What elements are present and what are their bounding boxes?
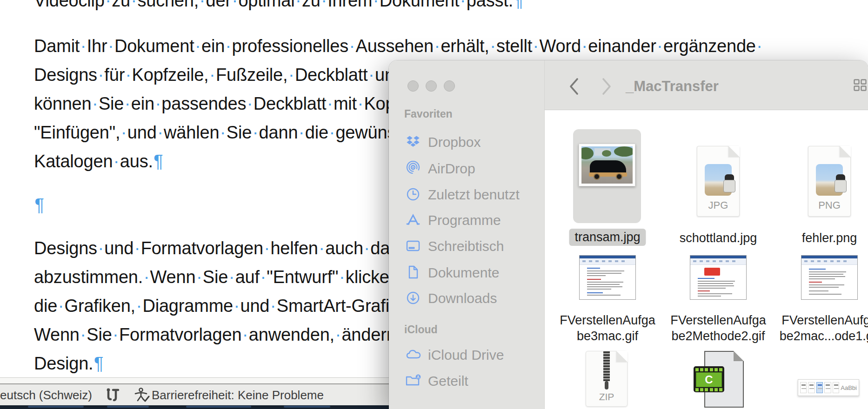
sidebar-item-applications[interactable]: Programme [389, 212, 544, 228]
camtasia-badge: C [705, 373, 713, 386]
sidebar-item-desktop[interactable]: Schreibtisch [389, 238, 544, 254]
clock-icon [406, 187, 421, 202]
text-cursor-icon[interactable] [106, 388, 120, 402]
finder-toolbar: _MacTransfer [545, 60, 868, 110]
finder-sidebar: Favoriten Dropbox [389, 60, 545, 409]
traffic-light-zoom-icon[interactable] [444, 80, 455, 92]
traffic-light-close-icon[interactable] [407, 80, 419, 92]
file-gif-thumbnail-1[interactable] [579, 255, 636, 300]
file-name-transam[interactable]: transam.jpg [569, 229, 646, 246]
forward-chevron-icon[interactable] [600, 77, 614, 96]
cloud-icon [406, 347, 421, 362]
shared-folder-icon [406, 373, 421, 388]
page-fold-corner [734, 351, 744, 361]
sidebar-item-label: Zuletzt benutzt [428, 187, 520, 203]
sidebar-item-icloud-drive[interactable]: iCloud Drive [389, 347, 544, 363]
sidebar-item-downloads[interactable]: Downloads [389, 290, 544, 306]
ink-bottle-glyph [723, 174, 735, 193]
sidebar-item-label: Schreibtisch [428, 238, 504, 254]
file-gif-thumbnail-2[interactable] [690, 255, 747, 300]
red-callout [704, 268, 720, 276]
document-text-line: Design.¶ [34, 355, 104, 372]
sidebar-item-label: Programme [428, 212, 501, 228]
accessibility-icon[interactable] [134, 387, 150, 403]
zipper-pull-glyph [605, 381, 608, 389]
file-ribbon-thumbnail[interactable]: AaBbi [798, 379, 859, 396]
filmstrip-icon[interactable]: C [694, 366, 724, 392]
file-type-badge: PNG [808, 199, 850, 211]
dropbox-icon [406, 134, 421, 149]
page-fold-corner [616, 351, 628, 362]
back-chevron-icon[interactable] [567, 77, 581, 96]
document-text-line: Katalogen·aus.¶ [34, 152, 164, 170]
document-text-line: Videoclip·zu·suchen,·der·optimal·zu·Ihre… [34, 0, 524, 9]
traffic-light-minimize-icon[interactable] [426, 80, 437, 92]
page-fold-corner [840, 146, 851, 157]
page-fold-corner [728, 146, 740, 157]
sidebar-item-label: iCloud Drive [428, 347, 504, 363]
screen: Videoclip·zu·suchen,·der·optimal·zu·Ihre… [0, 0, 868, 409]
sidebar-item-label: AirDrop [428, 161, 475, 177]
ink-bottle-glyph [835, 174, 847, 193]
sidebar-item-label: Dropbox [428, 134, 481, 150]
file-zip-archive[interactable]: ZIP [586, 351, 628, 407]
transam-photo-thumbnail [581, 146, 633, 184]
sidebar-item-documents[interactable]: Dokumente [389, 264, 544, 280]
document-text-line: ¶ [34, 196, 45, 214]
sidebar-item-label: Downloads [428, 290, 497, 306]
document-icon [406, 265, 421, 280]
zipper-glyph [603, 351, 610, 381]
file-transam-jpg[interactable] [579, 144, 635, 186]
sidebar-item-dropbox[interactable]: Dropbox [389, 134, 544, 150]
file-name-gif-1[interactable]: FVerstellenAufga be3mac.gif [560, 312, 655, 344]
airdrop-icon [406, 161, 421, 176]
accessibility-status[interactable]: Barrierefreiheit: Keine Probleme [152, 388, 324, 402]
file-type-badge: ZIP [586, 391, 627, 402]
file-gif-thumbnail-3[interactable] [801, 255, 858, 300]
finder-window: Favoriten Dropbox [389, 60, 868, 409]
grid-view-icon[interactable] [854, 79, 867, 91]
desktop-icon [406, 238, 421, 253]
file-name-gif-3[interactable]: FVerstellenAufga be2mac...ode1.gif [780, 312, 868, 344]
sidebar-header-icloud: iCloud [404, 323, 438, 336]
sidebar-item-label: Dokumente [428, 265, 499, 281]
styles-gallery-text: AaBbi [841, 384, 857, 391]
language-status[interactable]: eutsch (Schweiz) [0, 388, 92, 402]
finder-window-title: _MacTransfer [626, 78, 719, 95]
sidebar-item-shared[interactable]: Geteilt [389, 373, 544, 389]
sidebar-item-label: Geteilt [428, 373, 468, 389]
downloads-icon [406, 290, 421, 305]
file-name-fehler[interactable]: fehler.png [802, 231, 857, 245]
file-fehler-png[interactable]: PNG [808, 146, 851, 217]
file-name-gif-2[interactable]: FVerstellenAufga be2Methode2.gif [670, 312, 766, 344]
file-schottland-jpg[interactable]: JPG [697, 146, 740, 217]
sidebar-header-favorites: Favoriten [404, 108, 453, 120]
file-type-badge: JPG [697, 199, 739, 211]
finder-content-area: JPG PNG transam.jpg schottland.jpg fehle… [545, 110, 868, 409]
appstore-icon [406, 212, 421, 227]
sidebar-item-airdrop[interactable]: AirDrop [389, 160, 544, 176]
file-name-schottland[interactable]: schottland.jpg [680, 231, 757, 245]
document-text-line: Damit·Ihr·Dokument·ein·professionelles·A… [34, 37, 763, 55]
sidebar-item-recents[interactable]: Zuletzt benutzt [389, 186, 544, 202]
